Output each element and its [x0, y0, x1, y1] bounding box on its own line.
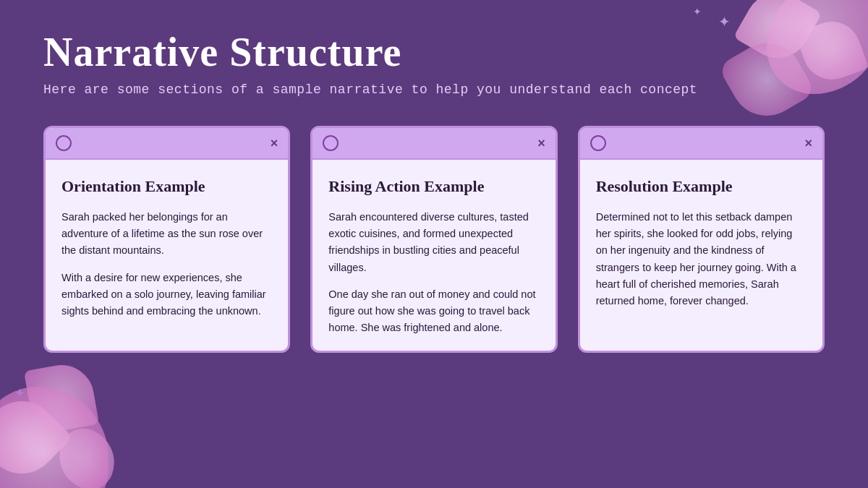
page-title: Narrative Structure	[43, 29, 825, 75]
titlebar-circle-icon	[56, 135, 72, 151]
card-body-resolution: Resolution Example Determined not to let…	[580, 160, 822, 351]
card-body-rising-action: Rising Action Example Sarah encountered …	[312, 160, 555, 351]
card-resolution: × Resolution Example Determined not to l…	[578, 126, 825, 353]
flower-petal	[0, 386, 73, 488]
titlebar-circle-icon	[590, 135, 606, 151]
card-text-orientation-2: With a desire for new experiences, she e…	[61, 270, 272, 320]
sparkle-icon: ✦	[14, 385, 25, 401]
flower-petal	[24, 360, 99, 435]
flower-petal	[50, 422, 124, 488]
card-rising-action: × Rising Action Example Sarah encountere…	[310, 126, 557, 353]
card-text-resolution-1: Determined not to let this setback dampe…	[596, 209, 807, 309]
page-header: Narrative Structure Here are some sectio…	[0, 0, 868, 111]
flower-main	[0, 387, 109, 488]
card-body-orientation: Orientation Example Sarah packed her bel…	[46, 160, 288, 351]
close-icon[interactable]: ×	[271, 137, 278, 150]
card-titlebar-rising-action: ×	[312, 128, 555, 160]
card-title-orientation: Orientation Example	[61, 177, 272, 196]
card-title-resolution: Resolution Example	[596, 177, 807, 196]
close-icon[interactable]: ×	[537, 137, 545, 150]
cards-container: × Orientation Example Sarah packed her b…	[0, 111, 868, 353]
card-orientation: × Orientation Example Sarah packed her b…	[43, 126, 290, 353]
card-text-rising-action-1: Sarah encountered diverse cultures, tast…	[328, 209, 539, 276]
close-icon[interactable]: ×	[804, 137, 812, 150]
page-subtitle: Here are some sections of a sample narra…	[43, 82, 825, 97]
card-titlebar-resolution: ×	[580, 128, 822, 160]
card-title-rising-action: Rising Action Example	[328, 177, 539, 196]
card-text-rising-action-2: One day she ran out of money and could n…	[328, 286, 539, 337]
titlebar-circle-icon	[323, 135, 339, 151]
card-titlebar-orientation: ×	[46, 128, 288, 160]
card-text-orientation-1: Sarah packed her belongings for an adven…	[61, 209, 272, 260]
